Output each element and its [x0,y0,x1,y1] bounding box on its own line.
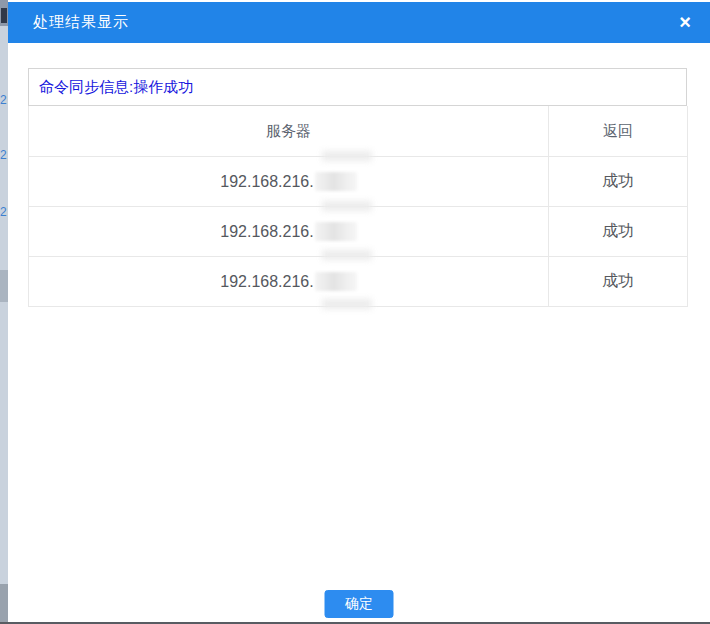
redaction-artifact [322,201,372,211]
redaction-artifact [322,250,372,260]
result-cell: 成功 [549,207,688,257]
sync-message-box: 命令同步信息:操作成功 [28,68,687,106]
dialog-content: 命令同步信息:操作成功 服务器 返回 192.168.216. [28,68,687,307]
server-cell: 192.168.216. [29,157,549,207]
table-row: 192.168.216. 成功 [29,157,688,207]
redaction-artifact [322,299,372,309]
result-cell: 成功 [549,257,688,307]
column-header-result: 返回 [549,106,688,157]
background-left-topbar [0,0,8,26]
close-icon[interactable]: × [673,11,697,35]
table-header-row: 服务器 返回 [29,106,688,157]
background-glyph [1,8,7,23]
redacted-ip-blur [315,272,357,291]
dialog-header: 处理结果显示 × [8,2,710,43]
result-cell: 成功 [549,157,688,207]
sync-message-text: 命令同步信息:操作成功 [39,78,193,97]
server-ip-text: 192.168.216. [220,173,313,191]
column-header-server: 服务器 [29,106,549,157]
background-row-number: 2 [0,148,8,162]
server-ip-text: 192.168.216. [220,273,313,291]
redacted-ip-blur [315,172,357,191]
confirm-button[interactable]: 确定 [325,590,394,618]
background-left-patch [0,270,8,302]
redacted-ip-blur [315,222,357,241]
server-cell: 192.168.216. [29,257,549,307]
background-page-left-sliver: 2 2 2 [0,0,8,624]
server-ip-text: 192.168.216. [220,223,313,241]
dialog-title: 处理结果显示 [33,13,129,32]
redaction-artifact [322,151,372,161]
table-row: 192.168.216. 成功 [29,207,688,257]
server-cell: 192.168.216. [29,207,549,257]
result-dialog: 处理结果显示 × 命令同步信息:操作成功 服务器 返回 192.168.216. [8,0,710,624]
background-row-number: 2 [0,93,8,107]
background-row-number: 2 [0,205,8,219]
background-left-footer [0,584,8,624]
